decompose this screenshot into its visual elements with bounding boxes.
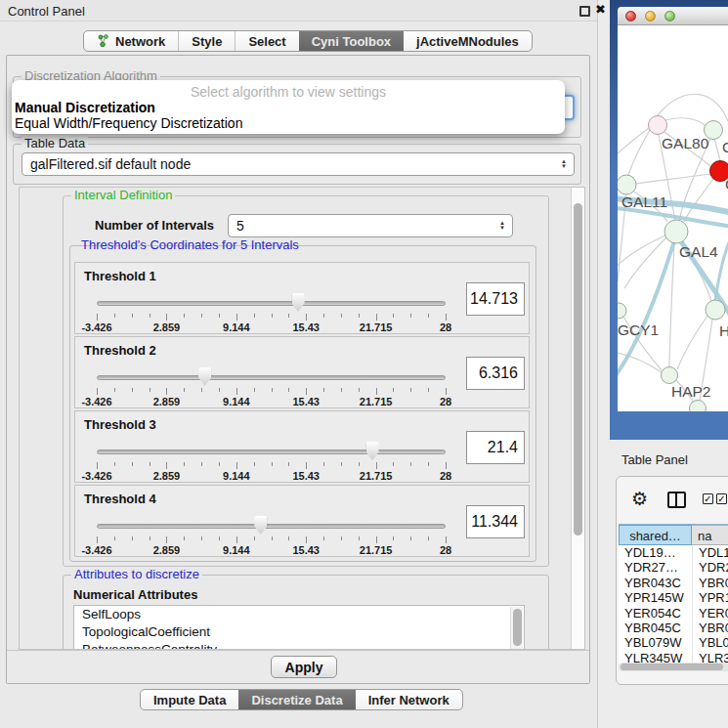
number-of-intervals-value: 5 (236, 218, 244, 234)
network-edge[interactable] (628, 130, 650, 175)
slider-track[interactable] (97, 450, 446, 454)
slider-tick (272, 388, 273, 392)
table-cell[interactable]: YPR1 (692, 590, 728, 605)
table-data-combobox[interactable]: galFiltered.sif default node ▲▼ (21, 152, 575, 176)
table-cell[interactable]: YBL0 (692, 635, 728, 650)
network-window-titlebar[interactable] (618, 7, 728, 25)
network-edge[interactable] (618, 128, 649, 161)
table-row[interactable]: YDR27…YDR2 (619, 560, 728, 575)
network-node-gal80[interactable] (649, 116, 667, 135)
table-cell[interactable]: YER0 (692, 606, 728, 621)
threshold-slider[interactable]: -3.4262.8599.14415.4321.71528 (97, 441, 446, 482)
table-row[interactable]: YBR043CYBR0 (619, 576, 728, 590)
bottom-tab-impute-data[interactable]: Impute Data (141, 690, 238, 709)
table-horizontal-scrollbar[interactable] (619, 663, 728, 671)
algorithm-option[interactable]: Manual Discretization (15, 100, 155, 115)
bottom-tab-infer-network[interactable]: Infer Network (356, 690, 462, 709)
column-header-name[interactable]: na (692, 525, 728, 545)
network-node-gcy1[interactable] (618, 303, 626, 319)
threshold-value-field[interactable]: 6.316 (466, 357, 525, 390)
checkbox-checked-icon[interactable]: ✓ (716, 493, 727, 504)
table-cell[interactable]: YER054C (619, 606, 692, 621)
gear-icon[interactable]: ⚙ (631, 491, 648, 508)
slider-tick (410, 462, 411, 466)
slider-track[interactable] (97, 375, 446, 380)
table-cell[interactable]: YDR27… (619, 560, 692, 575)
table-cell[interactable]: YDR2 (692, 560, 728, 575)
threshold-value-field[interactable]: 11.344 (466, 505, 525, 538)
apply-button[interactable]: Apply (271, 656, 337, 678)
table-cell[interactable]: YPR145W (619, 590, 692, 605)
network-edge[interactable] (618, 236, 665, 278)
threshold-value-field[interactable]: 14.713 (466, 282, 525, 316)
threshold-slider[interactable]: -3.4262.8599.14415.4321.71528 (97, 292, 446, 333)
slider-track[interactable] (97, 301, 446, 306)
table-row[interactable]: YBL079WYBL0 (619, 635, 728, 650)
table-row[interactable]: YBR045CYBR0 (619, 621, 728, 635)
minimize-traffic-light-icon[interactable] (645, 11, 656, 21)
slider-scale-label: 15.43 (278, 470, 333, 482)
settings-vertical-scrollbar[interactable] (571, 188, 584, 649)
attributes-scrollbar[interactable] (510, 607, 523, 650)
float-window-icon[interactable] (579, 6, 590, 17)
network-node-h[interactable] (706, 300, 725, 320)
slider-scale-label: 21.715 (349, 544, 404, 556)
table-cell[interactable]: YBR0 (692, 576, 728, 590)
network-edge[interactable] (714, 139, 720, 161)
column-header-shared-name[interactable]: shared… (619, 525, 692, 545)
slider-thumb[interactable] (366, 442, 379, 460)
network-node-hap2[interactable] (662, 367, 678, 384)
threshold-slider[interactable]: -3.4262.8599.14415.4321.71528 (97, 515, 446, 556)
network-edge[interactable] (684, 179, 713, 222)
table-row[interactable]: YDL19…YDL1 (619, 545, 728, 560)
slider-tick (236, 462, 237, 469)
threshold-value-field[interactable]: 21.4 (466, 431, 525, 464)
tab-network[interactable]: Network (84, 31, 178, 51)
network-edge[interactable] (677, 316, 707, 369)
table-cell[interactable]: YBR0 (692, 621, 728, 635)
slider-thumb[interactable] (292, 293, 305, 312)
table-row[interactable]: YPR145WYPR1 (619, 590, 728, 605)
table-row[interactable]: YER054CYER0 (619, 606, 728, 621)
attribute-list-item[interactable]: SelfLoops (74, 606, 524, 623)
table-cell[interactable]: YBR045C (619, 621, 692, 635)
table-cell[interactable]: YBL079W (619, 635, 692, 650)
zoom-traffic-light-icon[interactable] (664, 11, 675, 21)
algorithm-option[interactable]: Equal Width/Frequency Discretization (15, 115, 242, 131)
threshold-slider[interactable]: -3.4262.8599.14415.4321.71528 (97, 366, 446, 407)
tab-cyni-toolbox[interactable]: Cyni Toolbox (299, 31, 404, 51)
table-cell[interactable]: YBR043C (619, 576, 692, 590)
network-canvas[interactable]: GAL80GACGAL11GAL4GCY1HHAP2 (618, 25, 728, 411)
slider-tick (254, 314, 255, 318)
attribute-list-item[interactable]: TopologicalCoefficient (74, 623, 524, 641)
slider-scale-label: 21.715 (349, 321, 404, 333)
number-of-intervals-combobox[interactable]: 5 ▲▼ (228, 214, 513, 237)
slider-scale-label: 2.859 (139, 321, 193, 333)
tab-select[interactable]: Select (235, 31, 298, 51)
attribute-list-item[interactable]: BetweennessCentrality (74, 641, 524, 650)
tab-jactivemnodules[interactable]: jActiveMNodules (404, 31, 532, 51)
close-traffic-light-icon[interactable] (625, 11, 636, 21)
table-panel-title: Table Panel (621, 452, 688, 467)
network-node-gal4[interactable] (664, 220, 688, 243)
table-cell[interactable]: YDL1 (692, 545, 728, 560)
tab-style[interactable]: Style (178, 31, 235, 51)
slider-tick (288, 536, 289, 540)
table-cell[interactable]: YDL19… (619, 545, 692, 560)
tab-label: Impute Data (153, 693, 226, 707)
network-edge[interactable] (636, 174, 710, 184)
slider-tick (376, 462, 377, 469)
split-columns-icon[interactable] (667, 492, 686, 508)
network-node-node[interactable] (690, 401, 707, 412)
checkbox-checked-icon[interactable]: ✓ (703, 493, 713, 504)
network-node-gal11[interactable] (618, 175, 636, 194)
slider-thumb[interactable] (198, 367, 211, 386)
bottom-tab-discretize-data[interactable]: Discretize Data (238, 690, 355, 709)
slider-tick (114, 462, 115, 466)
slider-thumb[interactable] (254, 516, 267, 535)
network-edge[interactable] (669, 243, 674, 366)
network-edge[interactable] (665, 118, 706, 126)
network-view-window: GAL80GACGAL11GAL4GCY1HHAP2 (610, 0, 728, 440)
slider-track[interactable] (97, 524, 446, 529)
close-icon[interactable]: ✖ (595, 2, 606, 17)
